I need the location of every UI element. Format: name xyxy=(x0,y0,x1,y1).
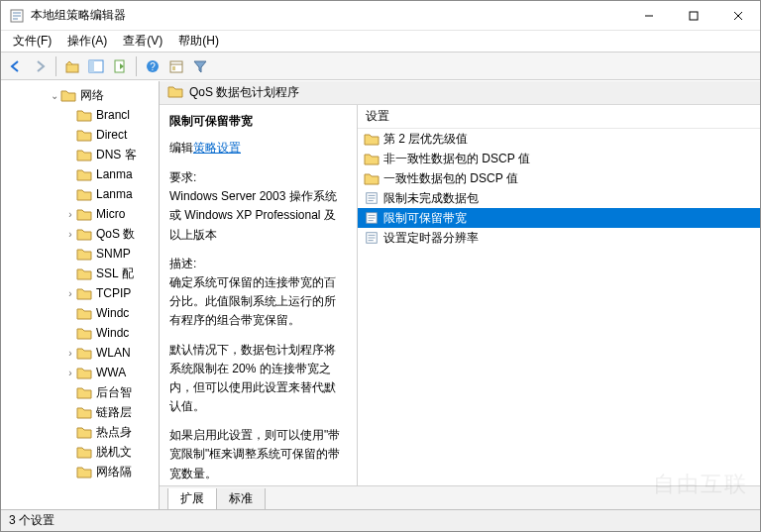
tree-item[interactable]: 后台智 xyxy=(5,382,160,402)
tabs-bottom: 扩展 标准 xyxy=(160,485,760,509)
app-icon xyxy=(9,8,25,24)
tree-item[interactable]: 热点身 xyxy=(5,422,160,442)
tree-item[interactable]: Lanma xyxy=(5,184,160,204)
list-row[interactable]: 限制未完成数据包 xyxy=(358,188,760,208)
tree-item[interactable]: 链路层 xyxy=(5,402,160,422)
folder-icon xyxy=(76,147,92,162)
close-button[interactable] xyxy=(715,1,760,30)
chevron-right-icon[interactable]: › xyxy=(64,348,76,359)
breadcrumb: QoS 数据包计划程序 xyxy=(160,81,760,105)
policy-setting-icon xyxy=(364,190,380,206)
chevron-right-icon[interactable]: › xyxy=(64,368,76,378)
tree-label: 网络 xyxy=(80,87,104,104)
app-window: 本地组策略编辑器 文件(F) 操作(A) 查看(V) 帮助(H) ? ⌄ xyxy=(0,0,761,532)
chevron-right-icon[interactable]: › xyxy=(64,209,76,220)
export-list-button[interactable] xyxy=(109,55,131,77)
tree-item[interactable]: ›WWA xyxy=(5,363,160,382)
folder-icon xyxy=(76,246,92,262)
chevron-down-icon[interactable]: ⌄ xyxy=(49,90,60,101)
status-text: 3 个设置 xyxy=(9,512,54,529)
tree-item[interactable]: ›TCPIP xyxy=(5,283,160,303)
svg-rect-5 xyxy=(66,64,78,72)
help-button[interactable]: ? xyxy=(142,55,163,77)
tree-item-label: DNS 客 xyxy=(96,147,137,163)
folder-icon xyxy=(364,131,380,147)
maximize-button[interactable] xyxy=(671,1,715,30)
tree-item[interactable]: Brancl xyxy=(5,105,160,125)
tree-item-label: SNMP xyxy=(96,247,131,261)
folder-icon xyxy=(76,444,92,460)
menu-view[interactable]: 查看(V) xyxy=(115,31,170,52)
minimize-button[interactable] xyxy=(626,1,671,30)
tree-item[interactable]: SNMP xyxy=(5,244,160,264)
list-row-label: 非一致性数据包的 DSCP 值 xyxy=(383,151,530,167)
folder-icon xyxy=(76,107,92,123)
folder-icon xyxy=(76,345,92,361)
svg-rect-7 xyxy=(89,60,94,72)
edit-prefix: 编辑 xyxy=(169,141,193,155)
tab-extended[interactable]: 扩展 xyxy=(167,488,217,510)
edit-policy-link[interactable]: 策略设置 xyxy=(193,141,241,155)
list-row[interactable]: 非一致性数据包的 DSCP 值 xyxy=(358,149,760,168)
tree-item[interactable]: Lanma xyxy=(5,164,160,184)
filter-button[interactable] xyxy=(189,55,211,77)
column-setting: 设置 xyxy=(366,108,389,125)
list-row[interactable]: 一致性数据包的 DSCP 值 xyxy=(358,168,760,188)
menu-file[interactable]: 文件(F) xyxy=(5,31,59,52)
tree-item[interactable]: DNS 客 xyxy=(5,145,160,164)
list-row-label: 第 2 层优先级值 xyxy=(383,131,468,148)
list-row[interactable]: 第 2 层优先级值 xyxy=(358,129,760,149)
tab-standard[interactable]: 标准 xyxy=(216,488,266,510)
menu-help[interactable]: 帮助(H) xyxy=(170,31,227,52)
window-title: 本地组策略编辑器 xyxy=(31,7,626,24)
tree-item-label: TCPIP xyxy=(96,286,131,300)
properties-button[interactable] xyxy=(165,55,187,77)
description-p2: 默认情况下，数据包计划程序将系统限制在 20% 的连接带宽之内，但可以使用此设置… xyxy=(169,341,347,417)
tree-item[interactable]: ›Micro xyxy=(5,204,160,224)
back-button[interactable] xyxy=(5,55,27,77)
folder-icon xyxy=(364,151,380,166)
list-row[interactable]: 设置定时器分辨率 xyxy=(358,228,760,248)
content-split: 限制可保留带宽 编辑策略设置 要求:Windows Server 2003 操作… xyxy=(160,105,760,485)
tree-root[interactable]: ⌄ 网络 xyxy=(5,85,160,105)
forward-button[interactable] xyxy=(29,55,51,77)
list-row-label: 限制可保留带宽 xyxy=(383,210,467,227)
list-row[interactable]: 限制可保留带宽 xyxy=(358,208,760,228)
tree-item[interactable]: 网络隔 xyxy=(5,462,160,481)
folder-icon xyxy=(76,404,92,420)
tree-pane[interactable]: ⌄ 网络 BranclDirectDNS 客LanmaLanma›Micro›Q… xyxy=(1,81,160,509)
list-body[interactable]: 第 2 层优先级值非一致性数据包的 DSCP 值一致性数据包的 DSCP 值限制… xyxy=(358,129,760,485)
tree-item-label: Direct xyxy=(96,128,127,142)
show-hide-tree-button[interactable] xyxy=(85,55,107,77)
tree-item-label: SSL 配 xyxy=(96,266,134,282)
folder-icon xyxy=(60,87,76,103)
chevron-right-icon[interactable]: › xyxy=(64,288,76,299)
tree-item[interactable]: SSL 配 xyxy=(5,264,160,283)
tree-item-label: WWA xyxy=(96,366,126,379)
tree-item-label: 热点身 xyxy=(96,424,132,441)
folder-icon xyxy=(76,166,92,182)
tree-item-label: Windc xyxy=(96,326,129,340)
folder-icon xyxy=(167,83,183,102)
description-p1: 确定系统可保留的连接带宽的百分比。此值限制系统上运行的所有程序的组合带宽保留。 xyxy=(169,275,336,327)
up-button[interactable] xyxy=(61,55,83,77)
folder-icon xyxy=(76,226,92,242)
tree-item[interactable]: Windc xyxy=(5,303,160,323)
tree-item-label: Micro xyxy=(96,207,125,221)
folder-icon xyxy=(76,424,92,440)
tree-item[interactable]: ›QoS 数 xyxy=(5,224,160,244)
chevron-right-icon[interactable]: › xyxy=(64,229,76,240)
tree-item[interactable]: 脱机文 xyxy=(5,442,160,462)
menu-action[interactable]: 操作(A) xyxy=(59,31,115,52)
list-header[interactable]: 设置 xyxy=(358,105,760,129)
tree-item[interactable]: Direct xyxy=(5,125,160,145)
tree-item-label: WLAN xyxy=(96,346,131,360)
svg-text:?: ? xyxy=(150,61,156,72)
folder-icon xyxy=(76,464,92,479)
tree-item[interactable]: ›WLAN xyxy=(5,343,160,363)
tree-item-label: 脱机文 xyxy=(96,444,132,461)
description-p3: 如果启用此设置，则可以使用"带宽限制"框来调整系统可保留的带宽数量。 xyxy=(169,426,347,483)
edit-line: 编辑策略设置 xyxy=(169,140,347,157)
tree-item[interactable]: Windc xyxy=(5,323,160,343)
svg-rect-2 xyxy=(690,12,698,20)
